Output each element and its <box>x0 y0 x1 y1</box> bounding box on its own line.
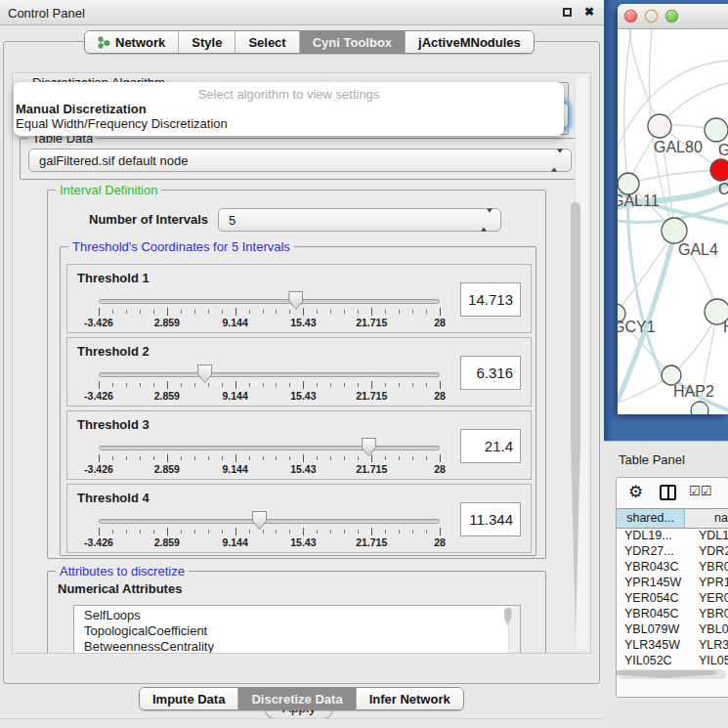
cell-shared-name[interactable]: YBL079W <box>617 622 693 638</box>
cell-shared-name[interactable]: YIL052C <box>617 654 693 667</box>
threshold-slider-track[interactable] <box>99 372 440 377</box>
popup-placeholder-item[interactable]: Select algorithm to view settings <box>14 87 564 102</box>
threshold-panel: Threshold 1 -3.4262.8599.14415.4321.7152… <box>66 264 532 333</box>
tab-infer-network[interactable]: Infer Network <box>357 688 463 709</box>
slider-tick-labels: -3.4262.8599.14415.4321.71528 <box>99 536 440 548</box>
cell-shared-name[interactable]: YBR045C <box>617 607 693 622</box>
tab-impute-data[interactable]: Impute Data <box>140 688 238 709</box>
cell-name[interactable]: YBL07 <box>693 622 728 638</box>
network-canvas[interactable]: GAL80GACGAL11GAL4GCY1HHAP2 <box>618 29 728 414</box>
column-header-shared-name[interactable]: shared... <box>617 509 685 528</box>
cell-name[interactable]: YPR14 <box>693 576 728 591</box>
table-row[interactable]: YDL19...YDL19 <box>617 529 728 544</box>
tab-cyni-toolbox[interactable]: Cyni Toolbox <box>300 31 406 53</box>
tick-label: 28 <box>434 317 446 328</box>
tick-mark <box>330 383 331 387</box>
cell-shared-name[interactable]: YBR043C <box>617 560 693 576</box>
tick-label: 2.859 <box>154 390 180 402</box>
cell-name[interactable]: YBR04 <box>693 607 728 622</box>
cell-shared-name[interactable]: YDR27... <box>617 544 693 560</box>
network-node[interactable] <box>662 365 681 385</box>
tab-network[interactable]: Network <box>85 31 179 53</box>
tick-mark <box>236 454 236 462</box>
table-row[interactable]: YPR145WYPR14 <box>617 576 728 591</box>
combo-arrows-icon <box>551 153 563 168</box>
table-row[interactable]: YLR345WYLR34 <box>617 638 728 654</box>
threshold-slider-track[interactable] <box>99 299 440 304</box>
popup-option-equal-width-frequency[interactable]: Equal Width/Frequency Discretization <box>14 116 564 131</box>
threshold-value-field[interactable]: 21.4 <box>460 429 521 463</box>
checked-checkboxes-icon[interactable]: ☑☑ <box>689 484 711 498</box>
minimize-traffic-light-icon[interactable] <box>645 10 658 22</box>
network-node[interactable] <box>662 218 687 243</box>
table-panel-region: Table Panel ⚙ ☑☑ shared... na YDL19...YD… <box>604 441 728 728</box>
cell-name[interactable]: YBR04 <box>693 560 728 576</box>
cell-shared-name[interactable]: YPR145W <box>617 576 693 591</box>
network-node[interactable] <box>710 159 728 181</box>
network-node[interactable] <box>648 114 671 138</box>
tick-mark <box>249 310 250 314</box>
tab-jactivemnodules[interactable]: jActiveMNodules <box>406 31 534 53</box>
slider-ticks <box>99 527 440 535</box>
cell-name[interactable]: YDL19 <box>693 529 728 544</box>
threshold-slider-track[interactable] <box>99 519 440 524</box>
cell-name[interactable]: YIL05 <box>693 654 728 667</box>
network-node-label: GA <box>718 142 728 158</box>
settings-scrollbar[interactable] <box>575 75 588 650</box>
split-columns-icon[interactable] <box>660 485 676 500</box>
popup-option-manual-discretization[interactable]: Manual Discretization <box>14 102 564 116</box>
network-edge[interactable] <box>629 29 660 126</box>
tab-label: Infer Network <box>369 692 450 707</box>
tick-label: 21.715 <box>356 463 387 475</box>
table-row[interactable]: YBL079WYBL07 <box>617 622 728 638</box>
threshold-value-field[interactable]: 14.713 <box>460 282 521 317</box>
cell-name[interactable]: YER05 <box>693 591 728 607</box>
table-row[interactable]: YBR045CYBR04 <box>617 607 728 622</box>
float-window-icon[interactable] <box>563 8 572 17</box>
tab-discretize-data[interactable]: Discretize Data <box>238 688 356 709</box>
cell-shared-name[interactable]: YER054C <box>617 591 693 607</box>
attribute-list-item[interactable]: BetweennessCentrality <box>74 639 520 654</box>
tick-label: 21.715 <box>356 390 387 402</box>
network-node-label: HAP2 <box>673 383 714 400</box>
network-edge[interactable] <box>624 29 631 184</box>
cell-name[interactable]: YDR27 <box>693 544 728 560</box>
tick-mark <box>167 528 168 535</box>
network-node[interactable] <box>705 118 728 142</box>
zoom-traffic-light-icon[interactable] <box>665 10 678 22</box>
table-row[interactable]: YDR27...YDR27 <box>617 544 728 560</box>
gear-icon[interactable]: ⚙ <box>628 482 643 502</box>
number-of-intervals-spinner[interactable]: 5 <box>218 208 501 232</box>
numerical-attributes-list[interactable]: SelfLoopsTopologicalCoefficientBetweenne… <box>73 605 521 654</box>
tick-label: -3.426 <box>84 317 113 328</box>
table-data-combobox[interactable]: galFiltered.sif default node <box>28 149 572 172</box>
tab-style[interactable]: Style <box>179 31 236 53</box>
table-panel-title: Table Panel <box>619 452 685 467</box>
list-scrollbar[interactable] <box>508 606 520 653</box>
table-row[interactable]: YIL052CYIL05 <box>617 654 728 667</box>
table-horizontal-scrollbar[interactable] <box>619 669 726 679</box>
threshold-value-field[interactable]: 6.316 <box>460 356 521 390</box>
table-row[interactable]: YER054CYER05 <box>617 591 728 607</box>
tab-label: Network <box>115 35 165 50</box>
network-node[interactable] <box>618 173 639 194</box>
network-edge[interactable] <box>628 170 721 184</box>
algorithm-dropdown-popup: Select algorithm to view settings Manual… <box>14 82 564 136</box>
cell-name[interactable]: YLR34 <box>693 638 728 654</box>
tick-label: 28 <box>434 390 446 402</box>
tick-mark <box>236 528 236 535</box>
network-node-label: C <box>718 181 728 197</box>
network-node[interactable] <box>691 402 708 414</box>
close-icon[interactable]: ✖ <box>584 5 594 19</box>
attribute-list-item[interactable]: TopologicalCoefficient <box>74 623 520 639</box>
cell-shared-name[interactable]: YLR345W <box>617 638 693 654</box>
column-header-name[interactable]: na <box>685 509 728 528</box>
table-row[interactable]: YBR043CYBR04 <box>617 560 728 576</box>
attribute-list-item[interactable]: SelfLoops <box>74 608 520 623</box>
threshold-value-field[interactable]: 11.344 <box>460 502 521 536</box>
tab-select[interactable]: Select <box>236 31 299 53</box>
cell-shared-name[interactable]: YDL19... <box>617 529 693 544</box>
tick-mark <box>153 310 154 314</box>
close-traffic-light-icon[interactable] <box>624 10 637 22</box>
threshold-slider-track[interactable] <box>99 446 440 450</box>
